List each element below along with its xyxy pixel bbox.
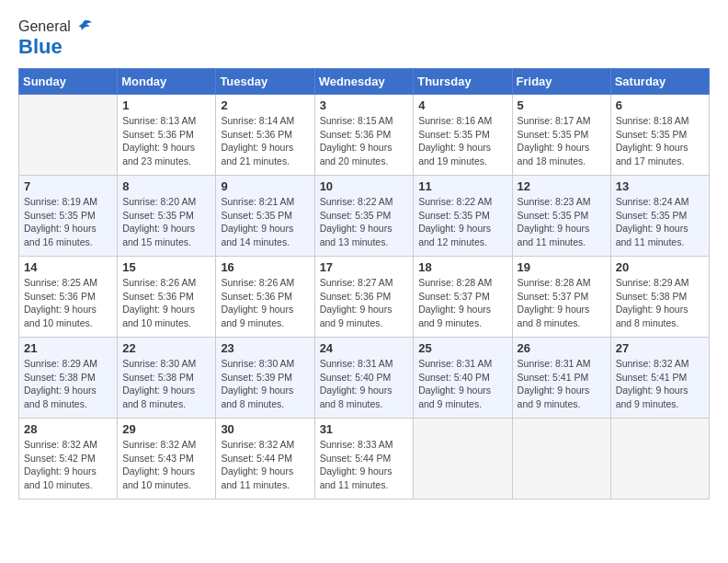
day-header-wednesday: Wednesday [314,69,414,95]
day-number: 19 [518,260,606,274]
day-number: 2 [221,98,309,112]
day-number: 24 [320,341,409,355]
calendar-cell: 25 Sunrise: 8:31 AM Sunset: 5:40 PM Dayl… [414,338,512,419]
calendar-cell: 23 Sunrise: 8:30 AM Sunset: 5:39 PM Dayl… [216,338,314,419]
cell-sunrise: Sunrise: 8:20 AM [122,196,196,207]
cell-sunrise: Sunrise: 8:22 AM [320,196,393,207]
calendar-cell: 22 Sunrise: 8:30 AM Sunset: 5:38 PM Dayl… [118,338,216,419]
cell-daylight: Daylight: 9 hours and 11 minutes. [320,465,392,490]
calendar-cell: 2 Sunrise: 8:14 AM Sunset: 5:36 PM Dayli… [216,95,314,176]
cell-sunrise: Sunrise: 8:18 AM [616,115,689,126]
cell-sunset: Sunset: 5:44 PM [221,453,292,464]
cell-daylight: Daylight: 9 hours and 8 minutes. [24,385,97,409]
cell-daylight: Daylight: 9 hours and 10 minutes. [24,304,97,328]
cell-sunrise: Sunrise: 8:30 AM [221,358,294,369]
cell-daylight: Daylight: 9 hours and 11 minutes. [221,465,293,490]
calendar-cell: 20 Sunrise: 8:29 AM Sunset: 5:38 PM Dayl… [610,257,709,338]
cell-sunrise: Sunrise: 8:17 AM [518,115,591,126]
cell-sunrise: Sunrise: 8:15 AM [320,115,393,126]
cell-sunset: Sunset: 5:35 PM [122,210,194,221]
cell-daylight: Daylight: 9 hours and 9 minutes. [221,304,293,328]
logo-general-text: General [18,18,71,35]
cell-daylight: Daylight: 9 hours and 23 minutes. [122,142,195,167]
calendar-table: SundayMondayTuesdayWednesdayThursdayFrid… [18,68,710,500]
cell-sunset: Sunset: 5:41 PM [518,372,589,383]
cell-sunrise: Sunrise: 8:29 AM [24,358,97,369]
calendar-cell: 14 Sunrise: 8:25 AM Sunset: 5:36 PM Dayl… [19,257,118,338]
cell-sunrise: Sunrise: 8:31 AM [518,358,591,369]
calendar-cell: 9 Sunrise: 8:21 AM Sunset: 5:35 PM Dayli… [216,176,314,257]
calendar-header-row: SundayMondayTuesdayWednesdayThursdayFrid… [19,69,710,95]
day-number: 1 [122,98,210,112]
day-number: 29 [122,422,210,436]
calendar-cell [414,419,512,500]
calendar-cell: 3 Sunrise: 8:15 AM Sunset: 5:36 PM Dayli… [314,95,414,176]
day-number: 23 [221,341,309,355]
cell-sunset: Sunset: 5:36 PM [122,291,194,302]
calendar-cell: 11 Sunrise: 8:22 AM Sunset: 5:35 PM Dayl… [414,176,512,257]
day-number: 20 [616,260,704,274]
cell-daylight: Daylight: 9 hours and 10 minutes. [122,465,195,490]
cell-sunset: Sunset: 5:35 PM [616,129,688,140]
cell-sunset: Sunset: 5:35 PM [418,129,490,140]
day-number: 28 [24,422,112,436]
cell-sunset: Sunset: 5:42 PM [24,453,96,464]
day-number: 10 [320,179,409,193]
calendar-cell: 10 Sunrise: 8:22 AM Sunset: 5:35 PM Dayl… [314,176,414,257]
cell-sunrise: Sunrise: 8:30 AM [122,358,196,369]
cell-sunset: Sunset: 5:35 PM [518,129,589,140]
calendar-cell: 31 Sunrise: 8:33 AM Sunset: 5:44 PM Dayl… [314,419,414,500]
cell-sunset: Sunset: 5:41 PM [616,372,688,383]
calendar-cell: 24 Sunrise: 8:31 AM Sunset: 5:40 PM Dayl… [314,338,414,419]
cell-sunrise: Sunrise: 8:13 AM [122,115,196,126]
cell-daylight: Daylight: 9 hours and 8 minutes. [122,385,195,409]
cell-daylight: Daylight: 9 hours and 17 minutes. [616,142,688,167]
cell-sunrise: Sunrise: 8:32 AM [616,358,689,369]
calendar-week-row: 28 Sunrise: 8:32 AM Sunset: 5:42 PM Dayl… [19,419,710,500]
calendar-cell: 26 Sunrise: 8:31 AM Sunset: 5:41 PM Dayl… [512,338,610,419]
cell-daylight: Daylight: 9 hours and 18 minutes. [518,142,590,167]
cell-daylight: Daylight: 9 hours and 11 minutes. [518,223,590,247]
calendar-cell [19,95,118,176]
day-number: 5 [518,98,606,112]
calendar-week-row: 7 Sunrise: 8:19 AM Sunset: 5:35 PM Dayli… [19,176,710,257]
calendar-week-row: 21 Sunrise: 8:29 AM Sunset: 5:38 PM Dayl… [19,338,710,419]
cell-daylight: Daylight: 9 hours and 9 minutes. [320,304,392,328]
cell-sunrise: Sunrise: 8:14 AM [221,115,294,126]
cell-sunset: Sunset: 5:37 PM [518,291,589,302]
cell-sunset: Sunset: 5:36 PM [24,291,96,302]
cell-daylight: Daylight: 9 hours and 15 minutes. [122,223,195,247]
cell-sunrise: Sunrise: 8:32 AM [24,439,97,450]
cell-sunset: Sunset: 5:44 PM [320,453,392,464]
cell-daylight: Daylight: 9 hours and 16 minutes. [24,223,97,247]
cell-sunset: Sunset: 5:35 PM [24,210,96,221]
day-number: 4 [418,98,506,112]
cell-sunrise: Sunrise: 8:28 AM [518,277,591,288]
day-number: 30 [221,422,309,436]
day-number: 15 [122,260,210,274]
cell-daylight: Daylight: 9 hours and 9 minutes. [616,385,688,409]
day-header-thursday: Thursday [414,69,512,95]
day-number: 11 [418,179,506,193]
cell-sunrise: Sunrise: 8:26 AM [221,277,294,288]
day-number: 26 [518,341,606,355]
logo: General Blue [18,18,93,59]
cell-sunset: Sunset: 5:38 PM [122,372,194,383]
cell-sunset: Sunset: 5:36 PM [221,129,292,140]
cell-sunrise: Sunrise: 8:25 AM [24,277,97,288]
cell-sunrise: Sunrise: 8:32 AM [221,439,294,450]
cell-sunset: Sunset: 5:35 PM [616,210,688,221]
calendar-cell: 29 Sunrise: 8:32 AM Sunset: 5:43 PM Dayl… [118,419,216,500]
cell-sunrise: Sunrise: 8:22 AM [418,196,492,207]
day-header-monday: Monday [118,69,216,95]
day-number: 3 [320,98,409,112]
cell-daylight: Daylight: 9 hours and 8 minutes. [616,304,688,328]
cell-sunrise: Sunrise: 8:33 AM [320,439,393,450]
page-header: General Blue [18,18,710,59]
day-number: 6 [616,98,704,112]
calendar-cell: 15 Sunrise: 8:26 AM Sunset: 5:36 PM Dayl… [118,257,216,338]
calendar-cell: 18 Sunrise: 8:28 AM Sunset: 5:37 PM Dayl… [414,257,512,338]
cell-daylight: Daylight: 9 hours and 14 minutes. [221,223,293,247]
cell-sunset: Sunset: 5:39 PM [221,372,292,383]
cell-daylight: Daylight: 9 hours and 19 minutes. [418,142,491,167]
